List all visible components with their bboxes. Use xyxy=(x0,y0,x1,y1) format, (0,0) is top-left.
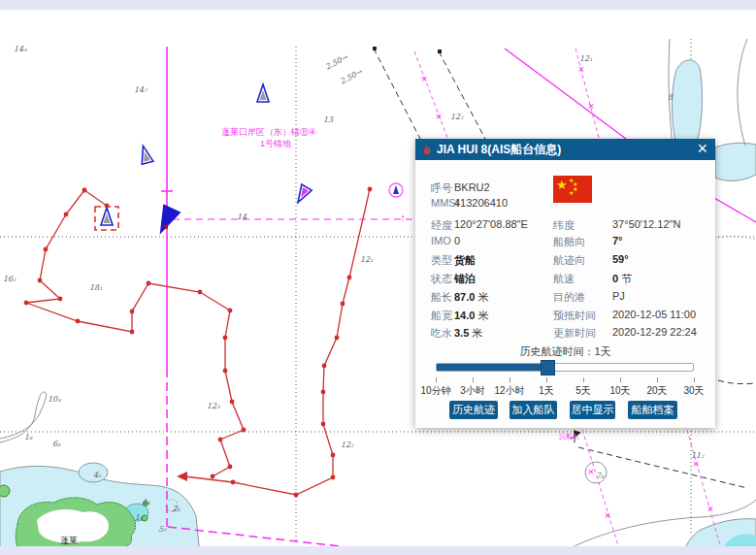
dialog-title: JIA HUI 8(AIS船台信息) xyxy=(437,142,561,158)
ship-icon xyxy=(421,144,433,155)
slider-handle[interactable] xyxy=(541,360,555,375)
field-value: 货船 xyxy=(454,253,476,268)
history-track-button[interactable]: 历史航迹 xyxy=(449,401,498,419)
anchorage-area-label: 蓬莱口岸区（东）锚Ⓑ④ xyxy=(221,127,316,137)
depth-sounding-label: 14₇ xyxy=(134,85,148,94)
track-point xyxy=(294,493,299,498)
slider-tick xyxy=(657,377,658,382)
depth-sounding-label: 10₃ xyxy=(48,395,61,404)
field-value: 锚泊 xyxy=(454,272,476,286)
track-point xyxy=(130,330,135,335)
ais-ship-icon[interactable] xyxy=(101,208,113,225)
slider-tick-label[interactable]: 1天 xyxy=(539,384,554,398)
dialog-titlebar[interactable]: JIA HUI 8(AIS船台信息) × xyxy=(415,139,715,160)
depth-sounding-label: 18₁ xyxy=(89,283,102,292)
slider-tick-label[interactable]: 12小时 xyxy=(494,384,524,398)
depth-sounding-label: 14 xyxy=(237,212,247,221)
depth-sounding-label: 7₈ xyxy=(596,472,605,480)
slider-tick xyxy=(583,377,584,382)
depth-sounding-label: 13 xyxy=(323,115,334,124)
field-value: 14.0 米 xyxy=(454,309,488,323)
bottom-border-strip xyxy=(0,546,756,555)
current-arrow-label: 2.50→ xyxy=(339,67,365,86)
line-endpoint-mark xyxy=(373,47,377,50)
field-value: 87.0 米 xyxy=(454,290,488,305)
slider-tick-label[interactable]: 5天 xyxy=(575,384,591,398)
ais-chart-app: ×× ×× ×× ×× ↑ 14₃14₇1312₂12₁12₁12₃12₂18₁… xyxy=(0,0,756,555)
field-label: 呼号 xyxy=(431,181,452,196)
track-point xyxy=(130,310,135,314)
close-icon[interactable]: × xyxy=(697,138,707,159)
depth-sounding-label: 12₁ xyxy=(360,255,373,264)
depth-sounding-label: 12₂ xyxy=(341,441,354,449)
track-point xyxy=(198,290,203,295)
line-endpoint-mark xyxy=(438,49,442,53)
track-point xyxy=(231,480,236,485)
field-label: 船艏向 xyxy=(553,235,585,249)
depth-sounding-label: 4₅ xyxy=(93,471,102,479)
svg-text:×: × xyxy=(587,101,595,111)
field-label: 类型 xyxy=(431,253,452,268)
track-point xyxy=(24,301,29,306)
field-value: 2020-12-29 22:24 xyxy=(612,326,697,338)
china-flag-icon: ★ ★ ★ ★ ★ xyxy=(553,176,592,205)
field-label: 目的港 xyxy=(553,290,585,305)
track-point xyxy=(331,453,336,458)
history-time-slider[interactable] xyxy=(436,360,694,374)
depth-sounding-label: 5₇ xyxy=(158,525,167,534)
slider-tick-label[interactable]: 3小时 xyxy=(460,384,485,398)
depth-sounding-label: 14₃ xyxy=(14,45,27,53)
slider-tick-label[interactable]: 10分钟 xyxy=(420,384,450,398)
depth-sounding-label: 2₈ xyxy=(172,505,181,513)
track-point xyxy=(76,319,81,324)
field-label: 状态 xyxy=(431,272,452,286)
slider-tick xyxy=(473,377,474,382)
field-label: 船宽 xyxy=(431,309,452,323)
track-point xyxy=(347,276,352,280)
track-point xyxy=(223,369,228,374)
ais-ships-layer xyxy=(95,84,312,236)
track-point xyxy=(322,364,327,369)
wreck-label: 沉船4₁ xyxy=(559,433,579,441)
slider-tick xyxy=(509,377,510,382)
field-value: 0 xyxy=(454,235,460,246)
slider-tick xyxy=(694,377,695,382)
field-value: PJ xyxy=(612,290,625,302)
add-to-fleet-button[interactable]: 加入船队 xyxy=(509,401,557,419)
depth-sounding-label: 6₃ xyxy=(52,440,61,448)
land-name-label: 蓬莱 xyxy=(60,536,78,545)
field-value: 37°50'12.12"N xyxy=(612,218,680,230)
track-point xyxy=(321,390,326,395)
svg-text:★: ★ xyxy=(569,190,574,196)
slider-tick-label[interactable]: 30天 xyxy=(683,384,704,398)
track-point xyxy=(82,188,87,193)
top-border-strip xyxy=(0,0,756,10)
track-point xyxy=(218,438,223,442)
field-label: 航速 xyxy=(553,272,575,286)
field-value: 413206410 xyxy=(454,197,508,209)
ais-ship-icon[interactable] xyxy=(138,145,153,164)
track-point xyxy=(38,278,43,283)
svg-text:★: ★ xyxy=(556,178,568,192)
ship-archive-button[interactable]: 船舶档案 xyxy=(628,401,677,419)
svg-text:×: × xyxy=(692,459,700,469)
slider-tick xyxy=(546,377,547,382)
depth-sounding-label: 12₁ xyxy=(579,54,592,63)
field-value: 7° xyxy=(612,235,623,246)
slider-tick-label[interactable]: 10天 xyxy=(609,384,630,398)
field-label: 经度 xyxy=(431,218,452,233)
track-point xyxy=(321,422,326,427)
center-display-button[interactable]: 居中显示 xyxy=(570,401,615,419)
field-label: 吃水 xyxy=(431,326,452,341)
ais-ship-icon[interactable] xyxy=(257,84,269,102)
slider-tick xyxy=(436,377,437,382)
track-point xyxy=(228,309,233,313)
track-arrowhead xyxy=(177,472,187,481)
field-value: 3.5 米 xyxy=(454,326,482,341)
field-label: 纬度 xyxy=(553,218,575,233)
svg-text:×: × xyxy=(435,112,443,121)
slider-tick-label[interactable]: 20天 xyxy=(646,384,667,398)
slider-tick xyxy=(620,377,621,382)
depth-sounding-label: 12₂ xyxy=(450,113,464,121)
depth-sounding-label: 12₃ xyxy=(207,402,220,410)
